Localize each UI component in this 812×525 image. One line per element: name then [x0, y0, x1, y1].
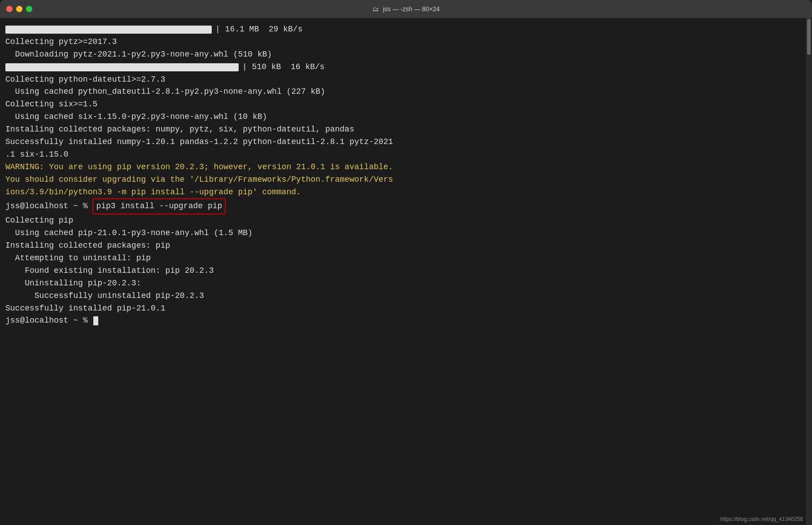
progress-bar-2: [5, 63, 239, 71]
progress-text-2: | 510 kB 16 kB/s: [242, 61, 325, 74]
line-installed-cont: .1 six-1.15.0: [5, 149, 805, 161]
scrollbar[interactable]: [806, 18, 812, 525]
minimize-button[interactable]: [16, 6, 22, 12]
line-six-cached: Using cached six-1.15.0-py2.py3-none-any…: [5, 111, 805, 123]
window-title: 🗂 jss — -zsh — 80×24: [372, 5, 440, 13]
title-bar: 🗂 jss — -zsh — 80×24: [0, 0, 812, 18]
line-found-existing: Found existing installation: pip 20.2.3: [5, 265, 805, 277]
line-dateutil-collect: Collecting python-dateutil>=2.7.3: [5, 74, 805, 86]
line-uninstalled: Successfully uninstalled pip-20.2.3: [5, 290, 805, 302]
line-warning-2: You should consider upgrading via the '/…: [5, 174, 805, 186]
watermark: https://blog.csdn.net/qq_41340258: [720, 516, 803, 522]
progress-text-1: | 16.1 MB 29 kB/s: [215, 23, 302, 36]
line-warning-3: ions/3.9/bin/python3.9 -m pip install --…: [5, 186, 805, 199]
final-prompt-line: jss@localhost ~ %: [5, 315, 805, 327]
progress-bar-1: [5, 26, 212, 34]
close-button[interactable]: [6, 6, 13, 12]
title-icon: 🗂: [372, 5, 379, 13]
maximize-button[interactable]: [26, 6, 32, 12]
line-six-collect: Collecting six>=1.5: [5, 98, 805, 111]
line-installing-collected: Installing collected packages: numpy, py…: [5, 123, 805, 136]
terminal-window: 🗂 jss — -zsh — 80×24 | 16.1 MB 29 kB/s C…: [0, 0, 812, 525]
progress-line-1: | 16.1 MB 29 kB/s: [5, 23, 805, 36]
final-prompt-text: jss@localhost ~ %: [5, 315, 92, 327]
line-attempting: Attempting to uninstall: pip: [5, 252, 805, 265]
line-installing-pip: Installing collected packages: pip: [5, 240, 805, 252]
cursor: [93, 316, 98, 325]
line-pytz-download: Downloading pytz-2021.1-py2.py3-none-any…: [5, 48, 805, 61]
line-successfully-installed: Successfully installed numpy-1.20.1 pand…: [5, 136, 805, 149]
line-pytz-collect: Collecting pytz>=2017.3: [5, 36, 805, 48]
line-installed-pip: Successfully installed pip-21.0.1: [5, 302, 805, 315]
highlighted-command: pip3 install --upgrade pip: [92, 198, 226, 214]
line-uninstalling: Uninstalling pip-20.2.3:: [5, 277, 805, 290]
prompt-text: jss@localhost ~ %: [5, 200, 92, 213]
traffic-lights: [6, 6, 32, 12]
terminal-content: | 16.1 MB 29 kB/s Collecting pytz>=2017.…: [0, 18, 812, 525]
progress-line-2: | 510 kB 16 kB/s: [5, 61, 805, 74]
line-dateutil-cached: Using cached python_dateutil-2.8.1-py2.p…: [5, 86, 805, 98]
line-warning-1: WARNING: You are using pip version 20.2.…: [5, 161, 805, 174]
line-cached-pip: Using cached pip-21.0.1-py3-none-any.whl…: [5, 227, 805, 240]
line-collecting-pip: Collecting pip: [5, 214, 805, 227]
scrollbar-thumb[interactable]: [807, 19, 811, 55]
command-line: jss@localhost ~ % pip3 install --upgrade…: [5, 198, 805, 214]
